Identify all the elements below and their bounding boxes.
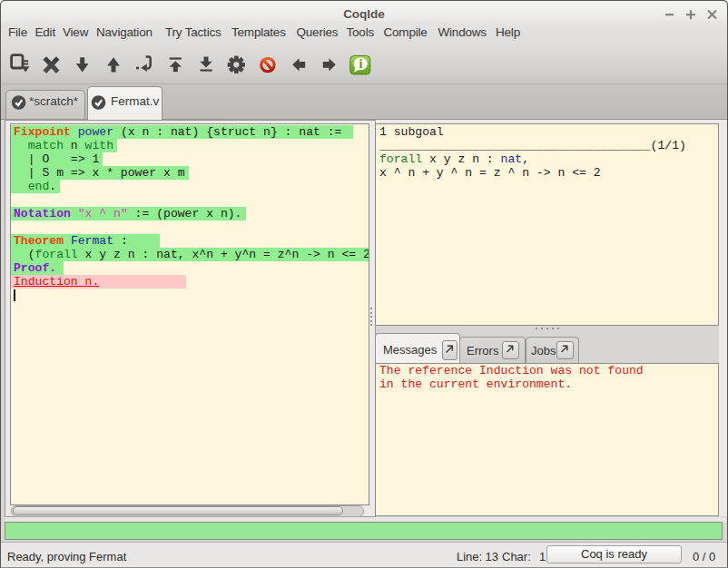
svg-text:i: i: [359, 57, 362, 71]
